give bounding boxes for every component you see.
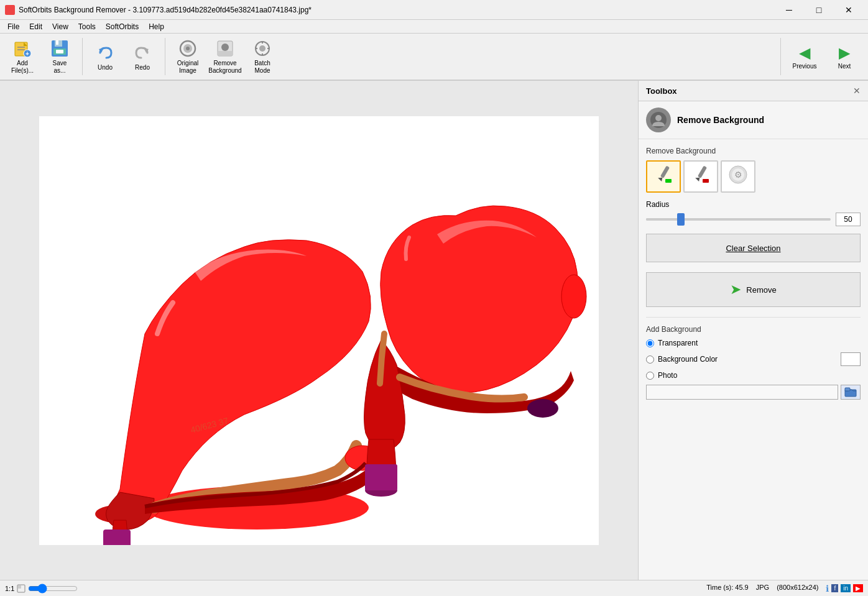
menu-tools[interactable]: Tools (73, 21, 101, 32)
bgcolor-radio-row: Background Color (646, 352, 861, 366)
remove-background-icon (215, 39, 235, 58)
remove-button[interactable]: ➤ Remove (646, 272, 861, 307)
original-image-icon (178, 39, 198, 58)
batch-mode-label: BatchMode (254, 60, 270, 75)
redo-button[interactable]: Redo (125, 36, 160, 77)
status-bar: 1:1 Time (s): 45.9 JPG (800x612x24) ℹ f … (0, 580, 868, 596)
format-label: JPG (756, 584, 769, 594)
undo-label: Undo (98, 64, 113, 71)
save-as-label: Saveas... (53, 60, 67, 75)
add-background-section: Add Background Transparent Background Co… (646, 317, 861, 400)
toolbox-title: Toolbox (646, 86, 677, 96)
auto-tool-button[interactable]: ⚙ (721, 160, 755, 193)
bg-color-label[interactable]: Background Color (658, 355, 718, 364)
facebook-icon[interactable]: f (831, 584, 838, 592)
batch-mode-icon (252, 39, 272, 58)
photo-path-input[interactable] (646, 385, 838, 400)
save-as-icon (50, 39, 70, 58)
save-as-button[interactable]: Saveas... (42, 36, 77, 77)
toolbox-header: Toolbox ✕ (639, 81, 868, 101)
minimize-button[interactable]: ─ (775, 0, 803, 20)
svg-rect-34 (365, 464, 397, 490)
main-area: 40/623 37 (0, 81, 868, 580)
photo-path-row (646, 385, 861, 400)
status-info: Time (s): 45.9 JPG (800x612x24) ℹ f in ▶ (706, 584, 863, 594)
remove-tool-icon (689, 163, 713, 190)
remove-bg-title: Remove Background (677, 115, 764, 125)
svg-rect-30 (103, 530, 131, 545)
previous-icon: ◀ (799, 44, 810, 62)
svg-point-20 (259, 45, 265, 52)
maximize-button[interactable]: □ (805, 0, 833, 20)
app-icon (5, 5, 15, 15)
toolbox-close-button[interactable]: ✕ (853, 86, 861, 96)
add-files-label: AddFile(s)... (11, 60, 34, 75)
status-icons: ℹ f in ▶ (826, 584, 863, 594)
youtube-icon[interactable]: ▶ (853, 584, 863, 592)
title-bar: SoftOrbits Background Remover - 3.109773… (0, 0, 868, 20)
photo-radio[interactable] (646, 372, 654, 380)
canvas-area[interactable]: 40/623 37 (0, 81, 638, 580)
next-button[interactable]: ▶ Next (826, 36, 863, 77)
svg-rect-10 (56, 50, 63, 53)
clear-selection-button[interactable]: Clear Selection (646, 234, 861, 262)
original-image-button[interactable]: OriginalImage (170, 36, 205, 77)
menu-view[interactable]: View (47, 21, 73, 32)
redo-icon (132, 43, 152, 63)
menu-bar: File Edit View Tools SoftOrbits Help (0, 20, 868, 34)
undo-button[interactable]: Undo (88, 36, 122, 77)
radius-slider-thumb[interactable] (677, 213, 685, 226)
svg-point-35 (527, 399, 558, 418)
svg-rect-40 (665, 179, 672, 183)
toolbar-divider-2 (165, 38, 165, 75)
svg-point-37 (655, 115, 662, 121)
svg-rect-48 (845, 388, 850, 391)
zoom-slider[interactable] (28, 584, 78, 593)
remove-bg-header-icon (646, 108, 671, 132)
next-label: Next (838, 63, 851, 70)
remove-bg-section-title: Remove Background (646, 147, 861, 155)
close-button[interactable]: ✕ (834, 0, 863, 20)
linkedin-icon[interactable]: in (841, 584, 851, 592)
previous-button[interactable]: ◀ Previous (786, 36, 823, 77)
svg-rect-43 (703, 179, 709, 183)
toolbar: + AddFile(s)... Saveas... Undo (0, 34, 868, 81)
original-image-label: OriginalImage (177, 60, 198, 75)
add-background-title: Add Background (646, 325, 861, 334)
remove-arrow-icon: ➤ (730, 282, 741, 298)
menu-edit[interactable]: Edit (24, 21, 47, 32)
bg-color-swatch[interactable] (841, 352, 861, 366)
info-icon[interactable]: ℹ (826, 584, 829, 594)
bg-color-radio[interactable] (646, 355, 654, 364)
batch-mode-button[interactable]: BatchMode (245, 36, 280, 77)
svg-text:+: + (25, 50, 29, 57)
transparent-radio[interactable] (646, 339, 654, 347)
dimensions-label: (800x612x24) (777, 584, 818, 594)
photo-label[interactable]: Photo (658, 371, 677, 380)
radius-value: 50 (836, 213, 861, 226)
remove-background-label: RemoveBackground (208, 60, 241, 75)
radius-slider-container (646, 213, 831, 226)
radius-label: Radius (646, 200, 861, 209)
toolbox-panel: Toolbox ✕ Remove Background Remove Backg… (638, 81, 868, 580)
remove-background-button[interactable]: RemoveBackground (208, 36, 242, 77)
radius-row: 50 (646, 213, 861, 226)
svg-rect-18 (218, 51, 233, 56)
menu-help[interactable]: Help (144, 21, 169, 32)
remove-tool-button[interactable] (683, 160, 718, 193)
image-canvas: 40/623 37 (39, 116, 599, 545)
add-files-icon: + (12, 39, 32, 58)
keep-tool-button[interactable] (646, 160, 681, 193)
svg-text:⚙: ⚙ (734, 170, 742, 180)
toolbar-nav: ◀ Previous ▶ Next (778, 36, 863, 77)
photo-browse-button[interactable] (841, 385, 861, 400)
add-files-button[interactable]: + AddFile(s)... (5, 36, 40, 77)
zoom-info: 1:1 (5, 584, 78, 593)
keep-tool-icon (652, 163, 675, 190)
menu-softorbits[interactable]: SoftOrbits (101, 21, 144, 32)
svg-rect-8 (56, 40, 58, 45)
undo-icon (95, 43, 115, 63)
menu-file[interactable]: File (2, 21, 24, 32)
transparent-label[interactable]: Transparent (658, 339, 698, 347)
tool-buttons-row: ⚙ (646, 160, 861, 193)
